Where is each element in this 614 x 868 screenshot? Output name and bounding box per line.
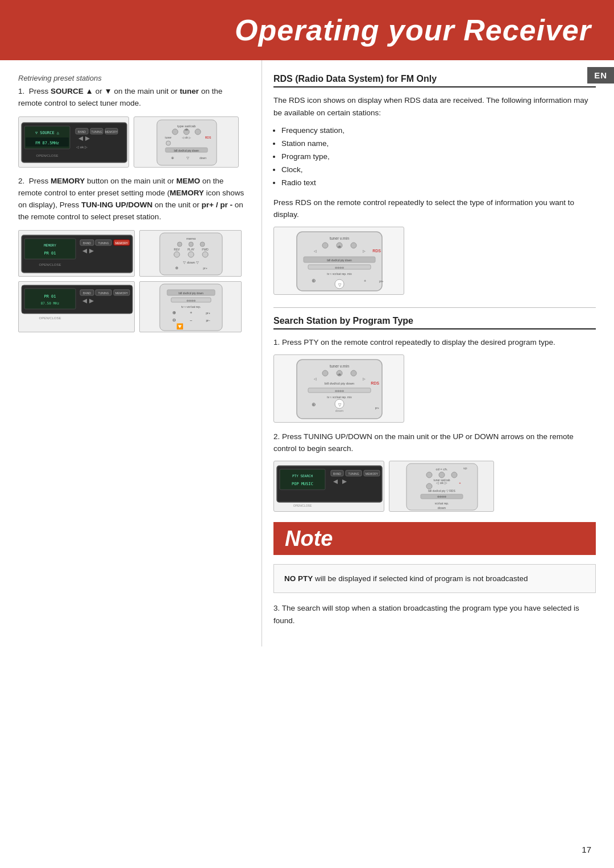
svg-text:▷: ▷ (363, 377, 366, 381)
rds-para1: The RDS icon shows on display when RDS d… (273, 94, 596, 119)
bullet-item: Clock, (281, 164, 596, 177)
main-content: Retrieving preset stations 1. Press SOUR… (0, 60, 614, 646)
page-title: Operating your Receiver (235, 13, 591, 47)
step1-symbol: ▲ or ▼ (86, 87, 114, 95)
page-number: 17 (582, 845, 591, 854)
svg-text:+: + (190, 311, 192, 315)
svg-text:BAND: BAND (83, 291, 91, 295)
note-content: NO PTY will be displayed if selected kin… (273, 564, 596, 594)
section-divider (273, 307, 596, 308)
svg-text:BAND: BAND (83, 241, 91, 245)
svg-text:TUNING: TUNING (348, 472, 359, 475)
svg-text:BAND: BAND (333, 472, 341, 475)
svg-text:OPEN/CLOSE: OPEN/CLOSE (39, 263, 61, 266)
svg-text:tv ≈ vcr/sat  rep.: tv ≈ vcr/sat rep. (181, 305, 201, 308)
svg-text:⊕: ⊕ (312, 278, 316, 283)
svg-text:BAND: BAND (78, 130, 86, 133)
svg-text:tuner  v.min: tuner v.min (330, 236, 349, 240)
svg-rect-31 (24, 239, 76, 259)
step2-img-br: bill dvd/cd pty down ⊜⊜⊜⊜ tv ≈ vcr/sat r… (139, 281, 242, 332)
search-step3: 3. The search will stop when a station b… (273, 602, 596, 627)
rds-remote-img: tuner v.min ok ◁ ▷ RDS bill dvd/cd pty d… (273, 227, 404, 295)
svg-point-17 (172, 129, 178, 135)
step2-bold1: MEMORY (51, 177, 85, 185)
rds-heading: RDS (Radio Data System) for FM Only (273, 74, 596, 87)
rds-remote-image-area: tuner v.min ok ◁ ▷ RDS bill dvd/cd pty d… (273, 227, 596, 295)
svg-text:◁  ok  ▷: ◁ ok ▷ (436, 481, 447, 485)
svg-text:MEMORY: MEMORY (115, 241, 128, 245)
search-remote-img: cd ≈ ch. up tuner sat/cab ◁ ok ▷ + bill … (389, 461, 494, 512)
receiver-unit-img: ▽ SOURCE △ FM 87.5MHz BAND TUNING MEMORY… (18, 116, 129, 168)
svg-text:bill dvd/cd  pty  down: bill dvd/cd pty down (179, 291, 204, 295)
svg-text:pr+: pr+ (203, 266, 207, 270)
svg-text:MEMORY: MEMORY (105, 130, 118, 133)
svg-point-138 (451, 472, 457, 478)
pty-remote-image-area: tuner v.min ok ◁ ▷ bill dvd/cd pty down … (273, 354, 596, 423)
svg-text:REV: REV (174, 248, 180, 251)
svg-text:⊕: ⊕ (312, 402, 316, 407)
rds-bullet-list: Frequency station, Station name, Program… (281, 124, 596, 190)
svg-text:bill dvd/cd   pty    down: bill dvd/cd pty down (327, 258, 352, 262)
svg-text:RDS: RDS (205, 136, 211, 139)
bullet-item: Station name, (281, 137, 596, 151)
svg-point-47 (200, 242, 205, 247)
svg-text:TUNING: TUNING (91, 130, 102, 133)
svg-text:TUNING: TUNING (98, 241, 109, 245)
svg-text:PLAY: PLAY (188, 248, 195, 251)
svg-text:◁: ◁ (314, 249, 317, 253)
search-unit-img: PTY SEARCH POP MUSIC BAND TUNING MEMORY … (273, 461, 384, 512)
svg-text:cd ≈ ch.: cd ≈ ch. (436, 468, 448, 471)
svg-point-19 (195, 129, 201, 135)
svg-text:pr+: pr+ (375, 406, 379, 410)
svg-point-137 (439, 472, 445, 478)
svg-text:POP MUSIC: POP MUSIC (292, 482, 313, 486)
step2-bold2: MEMO (176, 177, 200, 185)
svg-text:OPEN/CLOSE: OPEN/CLOSE (39, 316, 61, 320)
step2-img-bl: PR 01 87.50 MHz BAND TUNING MEMORY OPEN/… (18, 281, 135, 332)
svg-text:⊕: ⊕ (171, 156, 174, 160)
search-step2: 2. Press TUNING UP/DOWN on the main unit… (273, 431, 596, 455)
svg-text:▽ down ▽: ▽ down ▽ (183, 261, 199, 264)
svg-text:⊜⊜⊜⊜: ⊜⊜⊜⊜ (437, 495, 446, 498)
svg-text:tv ≈ vcr/sat  rep.         mix: tv ≈ vcr/sat rep. mix (327, 272, 352, 276)
svg-text:FM  87.5MHz: FM 87.5MHz (35, 141, 59, 145)
step2-img-tr: memo REV PLAY FWD ▽ down ▽ ⊕ pr+ (139, 230, 242, 277)
bullet-item: Frequency station, (281, 124, 596, 137)
search-heading: Search Station by Program Type (273, 316, 596, 329)
svg-text:pr–: pr– (206, 319, 210, 322)
svg-text:tuner: tuner (165, 136, 172, 139)
svg-text:RDS: RDS (371, 381, 379, 385)
svg-text:PR 01: PR 01 (44, 251, 56, 256)
svg-text:MEMORY: MEMORY (44, 243, 56, 247)
svg-text:down: down (438, 506, 446, 510)
svg-text:bill dvd/cd  pty  down: bill dvd/cd pty down (325, 382, 354, 385)
bullet-item: Program type, (281, 151, 596, 164)
svg-text:pr+: pr+ (206, 311, 210, 315)
svg-text:🔽: 🔽 (176, 323, 184, 330)
language-badge: EN (587, 67, 614, 84)
svg-text:◁: ◁ (314, 377, 317, 381)
svg-text:⊜⊜⊜⊜: ⊜⊜⊜⊜ (335, 266, 344, 269)
page-header: Operating your Receiver (0, 0, 614, 60)
svg-text:memo: memo (186, 237, 196, 240)
svg-text:–: – (190, 318, 192, 322)
svg-text:vcr/sat  rep.: vcr/sat rep. (435, 502, 449, 505)
svg-point-140 (426, 483, 432, 489)
svg-text:◁ ok ▷: ◁ ok ▷ (76, 145, 88, 149)
svg-text:+: + (364, 279, 366, 283)
svg-point-51 (174, 252, 180, 257)
svg-text:tuner  v.min: tuner v.min (330, 364, 349, 368)
step2-bold5: pr+ / pr - (202, 201, 233, 209)
step2-text: 2. Press MEMORY button on the main unit … (18, 176, 246, 223)
svg-text:PTY SEARCH: PTY SEARCH (292, 474, 313, 478)
svg-point-85 (322, 243, 328, 248)
svg-text:down: down (200, 156, 206, 160)
svg-text:TUNING: TUNING (98, 291, 109, 295)
svg-text:▷: ▷ (363, 249, 366, 253)
svg-text:OPEN/CLOSE: OPEN/CLOSE (293, 504, 312, 507)
step1-text: 1. Press SOURCE ▲ or ▼ on the main unit … (18, 86, 246, 110)
note-title: Note (285, 527, 333, 550)
step2-bold4: TUN-ING UP/DOWN (81, 201, 152, 209)
svg-point-106 (351, 370, 356, 376)
svg-text:FWD: FWD (202, 248, 209, 251)
